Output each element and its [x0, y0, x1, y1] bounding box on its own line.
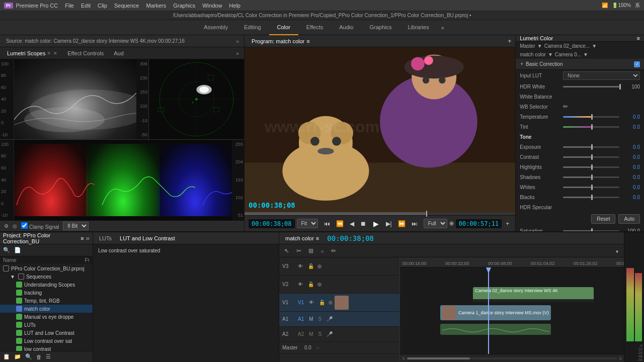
track-row-v2[interactable]: Camera 02_dance story Interview WS 4K — [400, 286, 624, 304]
menu-graphics[interactable]: Graphics — [173, 3, 195, 9]
tl-select-tool[interactable]: ↖ — [282, 246, 291, 255]
clamp-signal-checkbox[interactable] — [21, 222, 28, 229]
program-add-track-button[interactable]: + — [504, 219, 511, 228]
reset-button[interactable]: Reset — [591, 214, 615, 224]
shadows-slider[interactable] — [563, 176, 619, 178]
v2-eye-button[interactable]: 👁 — [296, 281, 304, 288]
ctrl-rewind-end[interactable]: ⏮ — [322, 219, 332, 228]
program-playhead[interactable] — [426, 211, 427, 217]
menu-edit[interactable]: Edit — [81, 3, 91, 9]
menu-file[interactable]: File — [65, 3, 74, 9]
tab-program[interactable]: Program: match color ≡ — [247, 35, 315, 47]
hdr-white-slider[interactable] — [563, 86, 619, 87]
a1-target-button[interactable]: A1 — [296, 316, 305, 322]
program-timecode-display[interactable]: 00:00:38;08 — [249, 219, 294, 228]
v2-lock-button[interactable]: 🔓 — [306, 281, 315, 288]
a2-m-button[interactable]: M — [307, 331, 314, 337]
master-send-button[interactable]: → — [313, 344, 321, 351]
tab-editing[interactable]: Editing — [236, 20, 269, 35]
exposure-slider[interactable] — [563, 146, 619, 148]
track-row-v3[interactable] — [400, 267, 624, 286]
program-fit-select[interactable]: Fit — [297, 219, 318, 228]
track-row-v1[interactable]: Camera 1_dance story Interview MS.mov (V… — [400, 304, 624, 322]
project-item-low-contrast2[interactable]: low contrast — [0, 345, 93, 351]
tl-razor-tool[interactable]: ✂ — [294, 246, 303, 255]
timeline-ruler[interactable]: 00:00:16;00 00:00:32;00 00:00:48;00 00:0… — [400, 257, 624, 267]
tab-luts[interactable]: LUTs — [95, 235, 116, 241]
ctrl-step-forward[interactable]: ▶| — [384, 219, 394, 228]
track-row-a1[interactable] — [400, 322, 624, 337]
basic-correction-header[interactable]: ▼ Basic Correction ✓ — [516, 59, 644, 70]
ctrl-play[interactable]: ▶ — [370, 219, 382, 229]
tab-graphics[interactable]: Graphics — [361, 20, 399, 35]
project-item-low-contrast[interactable]: Low contrast over sat — [0, 337, 93, 345]
wb-eyedropper-icon[interactable]: ✏ — [563, 103, 568, 110]
tab-effects[interactable]: Effects — [298, 20, 331, 35]
lut-item-1[interactable]: Low contrast over saturated — [95, 246, 277, 255]
menu-clip[interactable]: Clip — [98, 3, 107, 9]
project-item-lut-low[interactable]: LUT and Low Contrast — [0, 329, 93, 337]
ctrl-stop[interactable]: ⏹ — [358, 219, 368, 228]
project-collapse-button[interactable]: » — [86, 234, 90, 242]
ctrl-forward-end[interactable]: ⏭ — [410, 219, 420, 228]
scope-settings-icon[interactable]: ⚙ — [4, 223, 9, 229]
a1-s-button[interactable]: S — [317, 316, 324, 322]
tab-color[interactable]: Color — [269, 20, 298, 35]
project-delete-button[interactable]: 🗑 — [35, 353, 43, 361]
tab-libraries[interactable]: Libraries — [399, 20, 437, 35]
blacks-slider[interactable] — [563, 197, 619, 198]
tab-aud[interactable]: Aud — [109, 47, 129, 59]
temperature-slider[interactable] — [563, 116, 619, 118]
contrast-slider[interactable] — [563, 156, 619, 158]
menu-window[interactable]: Window — [202, 3, 222, 9]
v1-target-button[interactable]: V1 — [296, 299, 305, 306]
v3-eye-button[interactable]: 👁 — [296, 263, 304, 269]
project-item-manual[interactable]: Manual vs eye droppe — [0, 313, 93, 321]
project-new-seq-button[interactable]: 📋 — [2, 352, 11, 361]
v3-lock-button[interactable]: 🔓 — [306, 263, 315, 269]
scope-target-icon[interactable]: ◎ — [13, 223, 17, 229]
tab-assembly[interactable]: Assembly — [196, 20, 236, 35]
clip-camera01[interactable]: Camera 1_dance story Interview MS.mov (V… — [440, 305, 551, 320]
project-item-match-color[interactable]: match color — [0, 305, 93, 313]
clip-camera02[interactable]: Camera 02_dance story Interview WS 4K — [473, 287, 594, 302]
menu-markers[interactable]: Markers — [146, 3, 166, 9]
project-item-luts[interactable]: LUTs — [0, 321, 93, 329]
input-lut-select[interactable]: None — [563, 71, 640, 80]
tab-lumetri-scopes[interactable]: Lumetri Scopes ≡ ✕ — [2, 47, 62, 59]
a1-m-button[interactable]: M — [307, 316, 314, 322]
a2-target-button[interactable]: A2 — [296, 331, 305, 337]
ctrl-shuttle-left[interactable]: ◀ — [348, 219, 356, 228]
tl-slip-tool[interactable]: ⬦ — [318, 246, 326, 255]
workspace-tabs-more[interactable]: » — [437, 25, 448, 31]
project-item-sequences[interactable]: ▼ Sequences — [0, 273, 93, 281]
project-new-bin-button[interactable]: 📁 — [13, 352, 22, 361]
ctrl-shuttle-right[interactable]: ⏩ — [396, 219, 408, 228]
menu-sequence[interactable]: Sequence — [114, 3, 139, 9]
v1-lock-button[interactable]: 🔓 — [317, 299, 327, 306]
tab-audio[interactable]: Audio — [331, 20, 361, 35]
track-row-a2[interactable] — [400, 337, 624, 352]
program-add-button[interactable]: + — [506, 37, 513, 46]
menu-help[interactable]: Help — [229, 3, 240, 9]
a2-mic-button[interactable]: 🎤 — [325, 331, 334, 337]
tl-marker-button[interactable]: ⬧ — [613, 246, 621, 255]
project-item-temp-tint[interactable]: Temp, tint, RGB — [0, 297, 93, 305]
ctrl-step-back[interactable]: ⏪ — [334, 219, 346, 228]
clip-audio-a1[interactable] — [440, 324, 551, 335]
tab-lut-low-contrast[interactable]: LUT and Low Contrast — [116, 235, 179, 241]
project-search-btn2[interactable]: 🔍 — [24, 352, 33, 361]
scope-tabs-more[interactable]: » — [233, 50, 242, 56]
tab-timeline[interactable]: match color ≡ — [281, 232, 323, 244]
bit-depth-select[interactable]: 8 Bit — [63, 222, 89, 230]
a2-s-button[interactable]: S — [317, 331, 324, 337]
source-panel-more[interactable]: » — [233, 38, 242, 44]
project-list-view-button[interactable]: ☰ — [45, 352, 52, 361]
highlights-slider[interactable] — [563, 166, 619, 168]
timeline-zoom-slider[interactable] — [407, 357, 617, 359]
lumetri-scopes-close[interactable]: ✕ — [53, 51, 57, 56]
tab-effect-controls[interactable]: Effect Controls — [62, 47, 109, 59]
project-search-button[interactable]: 🔍 — [2, 246, 11, 254]
a1-mic-button[interactable]: 🎤 — [325, 316, 334, 322]
timeline-timecode[interactable]: 00:00:38;08 — [323, 234, 378, 242]
